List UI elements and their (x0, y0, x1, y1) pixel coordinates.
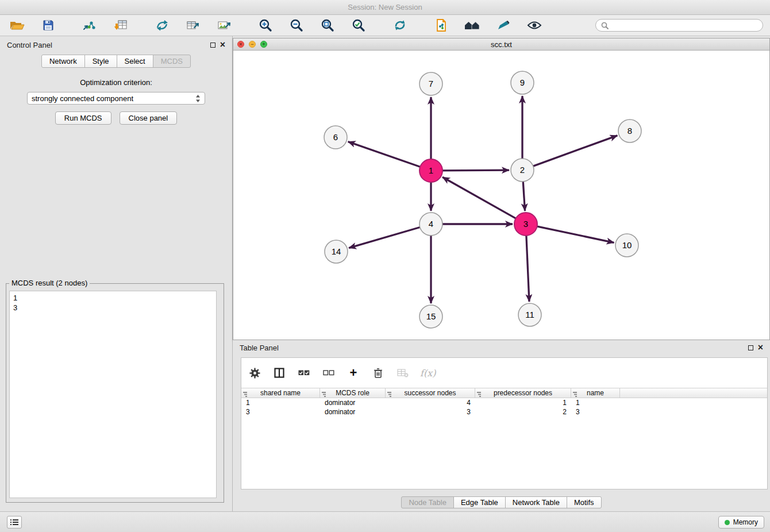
table-cell: 2 (475, 408, 571, 416)
svg-text:14: 14 (332, 246, 341, 256)
import-table-button[interactable] (110, 17, 131, 34)
tab-network[interactable]: Network (41, 55, 85, 68)
run-mcds-button[interactable]: Run MCDS (55, 111, 111, 125)
column-header-name[interactable]: name (571, 388, 620, 398)
column-header-predecessor-nodes[interactable]: predecessor nodes (475, 388, 571, 398)
export-image-icon (217, 20, 231, 31)
memory-button[interactable]: Memory (718, 516, 764, 529)
graph-edge-2-8[interactable] (532, 136, 617, 167)
status-bar: Memory (0, 511, 770, 532)
search-box[interactable] (595, 19, 763, 32)
clone-network-button[interactable] (431, 17, 452, 34)
create-column-button[interactable]: + (346, 365, 361, 380)
save-session-button[interactable] (38, 17, 59, 34)
table-panel: Table Panel × (233, 340, 770, 511)
show-hide-button[interactable] (524, 17, 545, 34)
graph-node-14[interactable]: 14 (325, 240, 348, 263)
float-table-panel-icon[interactable] (748, 345, 753, 350)
export-network-button[interactable] (183, 17, 203, 34)
tab-edge-table[interactable]: Edge Table (453, 496, 506, 508)
zoom-out-button[interactable] (286, 17, 307, 34)
export-image-button[interactable] (214, 17, 234, 34)
graph-node-1[interactable]: 1 (419, 159, 442, 182)
graph-node-11[interactable]: 11 (518, 303, 541, 326)
graph-edge-3-10[interactable] (536, 226, 614, 243)
new-network-button[interactable] (152, 17, 172, 34)
network-graph[interactable]: 7968124314101511 (233, 51, 769, 340)
function-builder-button[interactable]: f(x) (420, 365, 436, 380)
style-button[interactable] (493, 17, 514, 34)
open-session-button[interactable] (7, 17, 28, 34)
tab-style[interactable]: Style (84, 55, 117, 68)
graph-node-15[interactable]: 15 (419, 305, 442, 328)
mcds-result-line: 1 (13, 293, 213, 303)
control-panel-header: Control Panel × (0, 36, 232, 53)
list-icon (10, 519, 18, 526)
svg-text:10: 10 (622, 240, 632, 250)
graph-edge-2-3[interactable] (523, 180, 525, 211)
tab-node-table[interactable]: Node Table (401, 496, 454, 508)
table-cell: 1 (571, 399, 620, 407)
graph-node-2[interactable]: 2 (511, 159, 534, 182)
table-cell: 1 (475, 399, 571, 407)
checked-boxes-icon (298, 370, 310, 376)
unchecked-boxes-icon (323, 370, 334, 376)
select-all-button[interactable] (297, 365, 311, 380)
close-table-panel-icon[interactable]: × (758, 345, 763, 350)
tab-network-table[interactable]: Network Table (505, 496, 567, 508)
home-button[interactable] (462, 17, 483, 34)
deselect-all-button[interactable] (321, 365, 336, 380)
tab-select[interactable]: Select (117, 55, 153, 68)
graph-node-7[interactable]: 7 (419, 72, 442, 95)
mcds-result-title: MCDS result (2 nodes) (9, 279, 90, 287)
delete-column-button[interactable] (371, 365, 386, 380)
graph-node-8[interactable]: 8 (618, 119, 641, 142)
graph-node-10[interactable]: 10 (615, 234, 638, 257)
table-row[interactable]: 1dominator411 (241, 398, 767, 407)
graph-node-6[interactable]: 6 (324, 126, 347, 149)
svg-text:1: 1 (429, 165, 433, 175)
svg-text:15: 15 (426, 311, 436, 321)
combo-arrows-icon (195, 94, 201, 103)
close-panel-icon[interactable]: × (220, 42, 225, 48)
optimization-criterion-select[interactable]: strongly connected component (27, 92, 205, 105)
zoom-selected-button[interactable] (348, 17, 369, 34)
mcds-result-line: 3 (13, 303, 213, 313)
close-panel-button[interactable]: Close panel (120, 111, 178, 125)
delete-table-button[interactable] (395, 365, 410, 380)
graph-edge-1-6[interactable] (348, 142, 421, 167)
column-header-shared-name[interactable]: shared name (241, 388, 320, 398)
search-input[interactable] (612, 21, 757, 29)
task-history-button[interactable] (7, 516, 22, 529)
show-columns-button[interactable] (272, 365, 287, 380)
mcds-result-area[interactable]: 13 (9, 291, 217, 498)
document-copy-icon (435, 19, 448, 32)
node-table-container: + (241, 357, 768, 489)
column-header-successor-nodes[interactable]: successor nodes (386, 388, 475, 398)
graph-edge-3-1[interactable] (442, 177, 517, 219)
graph-edge-1-2[interactable] (441, 170, 509, 171)
zoom-in-button[interactable] (255, 17, 276, 34)
refresh-icon (393, 19, 407, 32)
refresh-button[interactable] (390, 17, 410, 34)
graph-node-9[interactable]: 9 (511, 71, 534, 94)
table-cell: 4 (386, 399, 475, 407)
zoom-fit-icon (321, 18, 334, 32)
zoom-fit-button[interactable] (317, 17, 338, 34)
graph-edge-3-11[interactable] (526, 234, 529, 302)
import-network-button[interactable] (79, 17, 100, 34)
network-canvas[interactable]: 7968124314101511 (233, 51, 769, 340)
network-window-titlebar[interactable]: scc.txt × − + (233, 38, 769, 51)
table-cell: 3 (386, 408, 475, 416)
float-panel-icon[interactable] (210, 43, 215, 48)
graph-node-4[interactable]: 4 (419, 213, 442, 236)
tab-mcds[interactable]: MCDS (153, 55, 191, 68)
window-titlebar: Session: New Session (0, 0, 770, 15)
table-options-button[interactable] (247, 365, 262, 380)
graph-edge-4-14[interactable] (349, 227, 421, 248)
network-view-window: scc.txt × − + 7968124314101511 (233, 38, 770, 340)
graph-node-3[interactable]: 3 (514, 213, 537, 236)
table-row[interactable]: 3dominator323 (241, 407, 767, 417)
tab-motifs[interactable]: Motifs (567, 496, 602, 508)
column-header-MCDS-role[interactable]: MCDS role (320, 388, 386, 398)
